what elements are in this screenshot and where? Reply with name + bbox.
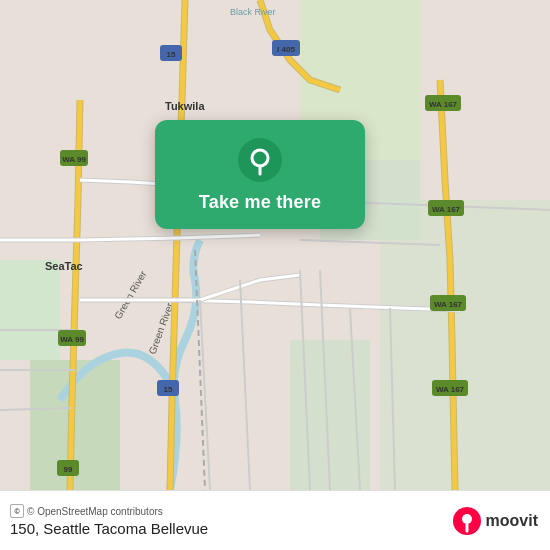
take-me-there-label: Take me there <box>199 192 321 213</box>
moovit-logo: moovit <box>453 507 538 535</box>
osm-logo: © <box>10 504 24 518</box>
svg-text:SeaTac: SeaTac <box>45 260 83 272</box>
svg-text:Black River: Black River <box>230 7 276 17</box>
svg-text:15: 15 <box>164 385 173 394</box>
svg-text:99: 99 <box>64 465 73 474</box>
osm-attribution: © © OpenStreetMap contributors <box>10 504 208 518</box>
svg-text:Tukwila: Tukwila <box>165 100 205 112</box>
moovit-icon <box>453 507 481 535</box>
svg-text:I 405: I 405 <box>277 45 295 54</box>
svg-text:WA 167: WA 167 <box>434 300 463 309</box>
location-pin-icon <box>238 138 282 182</box>
bottom-left-info: © © OpenStreetMap contributors 150, Seat… <box>10 504 208 537</box>
svg-rect-3 <box>0 260 60 360</box>
svg-text:WA 167: WA 167 <box>429 100 458 109</box>
svg-text:WA 99: WA 99 <box>60 335 84 344</box>
map-card[interactable]: Take me there <box>155 120 365 229</box>
svg-text:WA 167: WA 167 <box>436 385 465 394</box>
svg-text:15: 15 <box>167 50 176 59</box>
route-label: 150, Seattle Tacoma Bellevue <box>10 520 208 537</box>
moovit-text: moovit <box>486 512 538 530</box>
svg-text:WA 167: WA 167 <box>432 205 461 214</box>
map-area: Green River Green River <box>0 0 550 490</box>
svg-text:WA 99: WA 99 <box>62 155 86 164</box>
bottom-bar: © © OpenStreetMap contributors 150, Seat… <box>0 490 550 550</box>
